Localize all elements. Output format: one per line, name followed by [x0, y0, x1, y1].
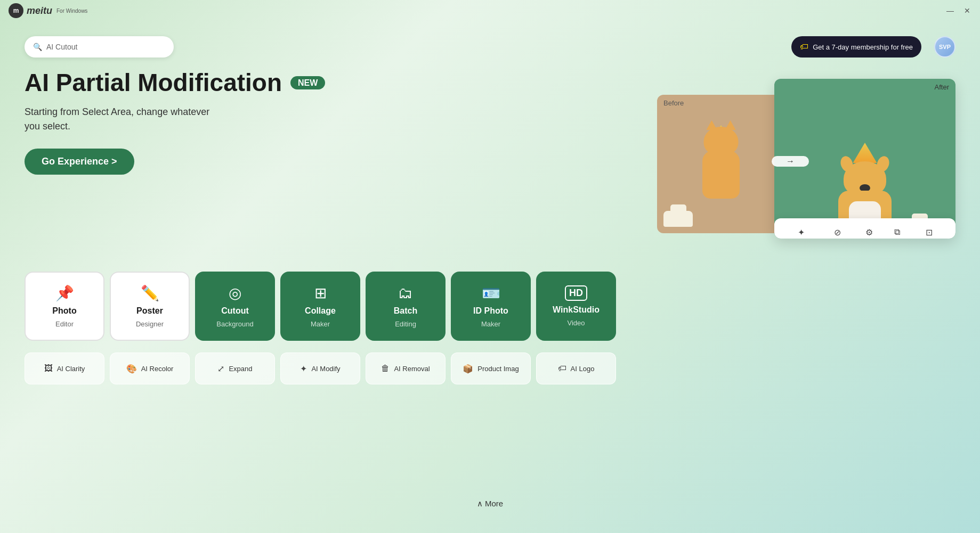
- poster-designer-icon: ✏️: [141, 284, 159, 302]
- image-toolbar: ✦ AI Modify ⊘ Removal ⚙ Adjust ⧉ Copy ⊡ …: [774, 218, 955, 239]
- product-image-icon: 📦: [463, 364, 473, 374]
- before-cake: [663, 211, 693, 227]
- tab-photo-editor[interactable]: 📌 Photo Editor: [25, 272, 104, 341]
- more-button[interactable]: ∧ More: [477, 499, 503, 509]
- membership-icon: 🏷: [800, 42, 808, 52]
- search-input[interactable]: AI Cutout: [46, 43, 77, 51]
- app-logo: m meitu For Windows: [9, 3, 87, 18]
- window-controls: — ✕: [946, 0, 971, 21]
- ai-removal-label: AI Removal: [394, 365, 430, 373]
- toolbar-item-separate[interactable]: ⊡ Separate: [917, 225, 941, 239]
- avatar[interactable]: SVP: [934, 36, 955, 58]
- tab-batch-editing[interactable]: 🗂 Batch Editing: [366, 272, 446, 341]
- membership-text: Get a 7-day membership for free: [813, 43, 913, 51]
- before-panel: Before: [657, 95, 785, 233]
- batch-editing-sub: Editing: [395, 320, 416, 328]
- adjust-icon: ⚙: [862, 225, 877, 239]
- quick-tool-ai-modify[interactable]: ✦ AI Modify: [280, 352, 360, 384]
- ai-modify-quick-icon: ✦: [300, 364, 307, 374]
- ai-modify-icon: ✦: [793, 225, 808, 239]
- batch-editing-icon: 🗂: [398, 284, 413, 302]
- copy-icon: ⧉: [890, 225, 905, 239]
- cat-image: [702, 151, 740, 199]
- titlebar: m meitu For Windows — ✕: [0, 0, 980, 21]
- id-photo-maker-title: ID Photo: [473, 306, 508, 316]
- logo-text: meitu: [27, 5, 52, 17]
- product-image-label: Product Imag: [477, 365, 519, 373]
- tab-collage-maker[interactable]: ⊞ Collage Maker: [280, 272, 360, 341]
- app-subtitle: For Windows: [56, 8, 87, 14]
- ai-recolor-label: AI Recolor: [141, 365, 174, 373]
- separate-icon: ⊡: [921, 225, 936, 239]
- expand-label: Expand: [229, 365, 252, 373]
- quick-tool-ai-recolor[interactable]: 🎨 AI Recolor: [110, 352, 190, 384]
- tab-id-photo-maker[interactable]: 🪪 ID Photo Maker: [451, 272, 531, 341]
- collage-maker-sub: Maker: [311, 320, 330, 328]
- photo-editor-title: Photo: [52, 306, 76, 316]
- toolbar-item-removal[interactable]: ⊘ Removal: [826, 225, 849, 239]
- new-badge: NEW: [290, 76, 325, 90]
- quick-tool-ai-logo[interactable]: 🏷 AI Logo: [536, 352, 616, 384]
- quick-tool-expand[interactable]: ⤢ Expand: [195, 352, 275, 384]
- tab-cutout-background[interactable]: ◎ Cutout Background: [195, 272, 275, 341]
- collage-maker-title: Collage: [305, 306, 336, 316]
- ai-removal-icon: 🗑: [381, 364, 390, 373]
- poster-designer-sub: Designer: [136, 320, 164, 328]
- toolbar-item-ai-modify[interactable]: ✦ AI Modify: [789, 225, 814, 239]
- membership-banner[interactable]: 🏷 Get a 7-day membership for free: [791, 36, 921, 58]
- batch-editing-title: Batch: [394, 306, 417, 316]
- tab-winkstudio-video[interactable]: HD WinkStudio Video: [536, 272, 616, 341]
- cat-ear-left: [707, 120, 717, 130]
- category-tabs: 📌 Photo Editor ✏️ Poster Designer ◎ Cuto…: [25, 272, 616, 341]
- cake-decoration: [663, 211, 693, 227]
- collage-maker-icon: ⊞: [314, 284, 327, 302]
- minimize-button[interactable]: —: [946, 6, 954, 15]
- ai-logo-label: AI Logo: [571, 365, 595, 373]
- ai-logo-icon: 🏷: [558, 364, 566, 373]
- before-after-container: Before After: [657, 79, 955, 244]
- dog-container: [790, 95, 939, 239]
- hero-subtitle: Starting from Select Area, change whatev…: [25, 105, 398, 134]
- tab-poster-designer[interactable]: ✏️ Poster Designer: [110, 272, 190, 341]
- quick-tool-product-image[interactable]: 📦 Product Imag: [451, 352, 531, 384]
- arrow-shape: [772, 156, 809, 167]
- search-icon: 🔍: [33, 43, 42, 51]
- after-label: After: [935, 83, 949, 91]
- ai-clarity-label: AI Clarity: [57, 365, 85, 373]
- toolbar-item-adjust[interactable]: ⚙ Adjust: [861, 225, 878, 239]
- photo-editor-icon: 📌: [55, 284, 74, 302]
- winkstudio-sub: Video: [567, 319, 585, 327]
- winkstudio-icon: HD: [565, 285, 587, 301]
- cutout-background-sub: Background: [216, 320, 253, 328]
- cat-ear-right: [725, 120, 736, 130]
- go-experience-button[interactable]: Go Experience >: [25, 149, 134, 175]
- id-photo-maker-icon: 🪪: [482, 284, 500, 302]
- hero-section: AI Partial Modification NEW Starting fro…: [25, 69, 398, 175]
- dog-ear-left: [839, 154, 855, 174]
- poster-designer-title: Poster: [136, 306, 163, 316]
- winkstudio-title: WinkStudio: [553, 305, 600, 315]
- quick-tool-ai-removal[interactable]: 🗑 AI Removal: [366, 352, 446, 384]
- expand-icon: ⤢: [217, 364, 224, 374]
- cutout-background-icon: ◎: [229, 284, 241, 302]
- quick-tools: 🖼 AI Clarity 🎨 AI Recolor ⤢ Expand ✦ AI …: [25, 352, 616, 384]
- logo-icon: m: [9, 3, 23, 18]
- hero-title-text: AI Partial Modification: [25, 69, 282, 96]
- search-bar[interactable]: 🔍 AI Cutout: [25, 36, 174, 58]
- photo-editor-sub: Editor: [55, 320, 74, 328]
- hero-subtitle-line2: you select.: [25, 121, 70, 132]
- toolbar-item-copy[interactable]: ⧉ Copy: [890, 225, 905, 239]
- id-photo-maker-sub: Maker: [481, 320, 500, 328]
- hero-subtitle-line1: Starting from Select Area, change whatev…: [25, 106, 209, 117]
- cat-body: [702, 151, 740, 199]
- dog-ear-right: [875, 154, 892, 174]
- close-button[interactable]: ✕: [963, 6, 971, 15]
- quick-tool-ai-clarity[interactable]: 🖼 AI Clarity: [25, 352, 104, 384]
- before-label: Before: [663, 99, 684, 107]
- ai-modify-quick-label: AI Modify: [311, 365, 340, 373]
- dog-hat: [853, 143, 877, 163]
- before-after-arrow: [769, 153, 812, 169]
- removal-icon: ⊘: [830, 225, 845, 239]
- hero-title-container: AI Partial Modification NEW: [25, 69, 398, 96]
- cutout-background-title: Cutout: [221, 306, 249, 316]
